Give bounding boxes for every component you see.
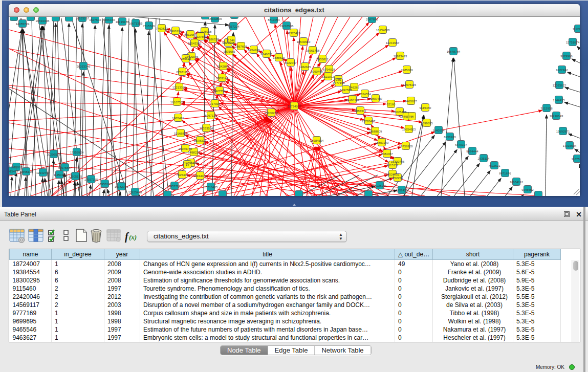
svg-text:19218506: 19218506 xyxy=(280,25,294,28)
svg-text:19654923: 19654923 xyxy=(402,128,416,131)
svg-text:8427552: 8427552 xyxy=(213,90,226,93)
svg-text:8267130: 8267130 xyxy=(205,114,217,117)
svg-text:16671355: 16671355 xyxy=(129,22,143,25)
svg-text:19384554: 19384554 xyxy=(310,139,324,142)
svg-text:18807249: 18807249 xyxy=(375,141,389,144)
svg-text:20691406: 20691406 xyxy=(36,19,50,23)
svg-text:12975115: 12975115 xyxy=(403,83,417,86)
svg-text:3875685: 3875685 xyxy=(223,50,235,53)
svg-text:7357224: 7357224 xyxy=(227,25,239,28)
svg-text:989612: 989612 xyxy=(181,57,191,60)
svg-text:21364436: 21364436 xyxy=(346,98,360,101)
svg-text:1362615: 1362615 xyxy=(299,65,311,69)
svg-text:6466160: 6466160 xyxy=(103,18,115,21)
svg-text:8960124: 8960124 xyxy=(169,30,182,33)
svg-text:12923468: 12923468 xyxy=(128,191,142,194)
svg-text:12213967: 12213967 xyxy=(386,41,400,45)
svg-text:16914479: 16914479 xyxy=(193,174,207,178)
svg-text:25300205: 25300205 xyxy=(265,112,278,115)
svg-text:8938923: 8938923 xyxy=(444,136,456,139)
svg-text:9146821: 9146821 xyxy=(260,53,273,56)
svg-text:6497568: 6497568 xyxy=(340,89,352,92)
svg-text:8678332: 8678332 xyxy=(194,139,206,142)
svg-text:16033809: 16033809 xyxy=(208,17,222,20)
svg-text:16120746: 16120746 xyxy=(391,160,405,163)
svg-text:14055724: 14055724 xyxy=(16,23,30,26)
svg-text:14: 14 xyxy=(186,163,189,166)
svg-text:18724007: 18724007 xyxy=(288,105,301,108)
svg-text:8454749: 8454749 xyxy=(248,49,260,52)
svg-text:19166823: 19166823 xyxy=(174,132,188,135)
svg-text:16543382: 16543382 xyxy=(188,42,202,45)
svg-text:16782759: 16782759 xyxy=(115,185,128,188)
svg-text:15720407: 15720407 xyxy=(362,120,376,123)
svg-text:17359924: 17359924 xyxy=(70,151,84,154)
svg-text:13226058: 13226058 xyxy=(198,30,212,33)
svg-text:16848784: 16848784 xyxy=(447,50,461,53)
svg-text:1588520: 1588520 xyxy=(273,56,285,59)
svg-text:10807487: 10807487 xyxy=(369,97,383,100)
svg-text:10653267: 10653267 xyxy=(76,17,90,20)
svg-text:10958107: 10958107 xyxy=(98,183,112,186)
svg-text:15692971: 15692971 xyxy=(556,130,570,133)
svg-text:7515526: 7515526 xyxy=(143,25,155,28)
svg-text:2087682: 2087682 xyxy=(366,18,378,21)
svg-text:18524851: 18524851 xyxy=(386,173,400,176)
svg-text:3215958: 3215958 xyxy=(540,107,553,110)
svg-text:20053346: 20053346 xyxy=(77,65,91,68)
svg-text:8186328: 8186328 xyxy=(207,38,219,41)
svg-text:9084067: 9084067 xyxy=(381,152,393,156)
svg-text:11325419: 11325419 xyxy=(287,32,301,35)
svg-text:19756928: 19756928 xyxy=(399,145,413,148)
svg-text:9463627: 9463627 xyxy=(405,100,417,103)
svg-text:10688609: 10688609 xyxy=(368,130,382,133)
svg-text:6479197: 6479197 xyxy=(455,143,467,146)
svg-text:17016504: 17016504 xyxy=(563,144,577,147)
svg-text:9474444: 9474444 xyxy=(466,150,478,153)
svg-text:10973493: 10973493 xyxy=(394,55,407,58)
svg-text:1546: 1546 xyxy=(228,39,235,42)
svg-text:9329966: 9329966 xyxy=(560,55,573,58)
svg-text:20206576: 20206576 xyxy=(47,153,61,156)
svg-text:10719155: 10719155 xyxy=(116,20,129,24)
svg-text:9457791: 9457791 xyxy=(168,185,181,188)
svg-text:1244415: 1244415 xyxy=(553,99,565,102)
svg-text:10654112: 10654112 xyxy=(510,181,524,184)
svg-text:9115460: 9115460 xyxy=(420,106,432,110)
svg-text:1527602: 1527602 xyxy=(89,18,101,21)
svg-text:1635061: 1635061 xyxy=(10,166,23,169)
svg-text:8813054: 8813054 xyxy=(268,18,280,21)
svg-text:16107553: 16107553 xyxy=(170,101,184,104)
svg-text:1965491: 1965491 xyxy=(172,117,184,120)
svg-text:12505135: 12505135 xyxy=(69,175,82,178)
svg-text:7632621: 7632621 xyxy=(488,164,500,167)
svg-text:6794028: 6794028 xyxy=(323,68,335,71)
svg-text:252254: 252254 xyxy=(393,177,403,180)
svg-text:8990448: 8990448 xyxy=(311,70,323,73)
svg-text:16961758: 16961758 xyxy=(306,49,320,52)
svg-text:18640910: 18640910 xyxy=(297,40,311,43)
svg-text:9777169: 9777169 xyxy=(333,81,345,84)
svg-text:3915419: 3915419 xyxy=(9,170,18,173)
svg-text:(x): (x) xyxy=(129,233,137,241)
svg-text:7386372: 7386372 xyxy=(354,110,366,113)
svg-text:2867608: 2867608 xyxy=(235,45,247,48)
svg-text:9227342: 9227342 xyxy=(556,69,568,72)
svg-text:1167533: 1167533 xyxy=(572,158,580,161)
svg-text:10025438: 10025438 xyxy=(393,111,407,114)
svg-text:7485063: 7485063 xyxy=(401,69,413,72)
svg-text:2935114: 2935114 xyxy=(478,157,490,160)
svg-text:12093822: 12093822 xyxy=(553,84,567,87)
svg-text:2803144: 2803144 xyxy=(216,77,228,80)
svg-text:9899695: 9899695 xyxy=(421,122,433,125)
svg-text:3624554: 3624554 xyxy=(359,93,371,96)
svg-text:1640954: 1640954 xyxy=(432,129,445,132)
svg-text:9327500: 9327500 xyxy=(194,35,207,38)
svg-text:2718126: 2718126 xyxy=(176,71,188,74)
svg-text:16046786: 16046786 xyxy=(179,147,192,150)
svg-text:17957255: 17957255 xyxy=(84,178,98,181)
svg-text:7955812: 7955812 xyxy=(316,58,329,61)
svg-text:16210643: 16210643 xyxy=(550,115,563,118)
svg-text:1621072: 1621072 xyxy=(322,75,334,78)
svg-text:717006: 717006 xyxy=(210,102,221,105)
